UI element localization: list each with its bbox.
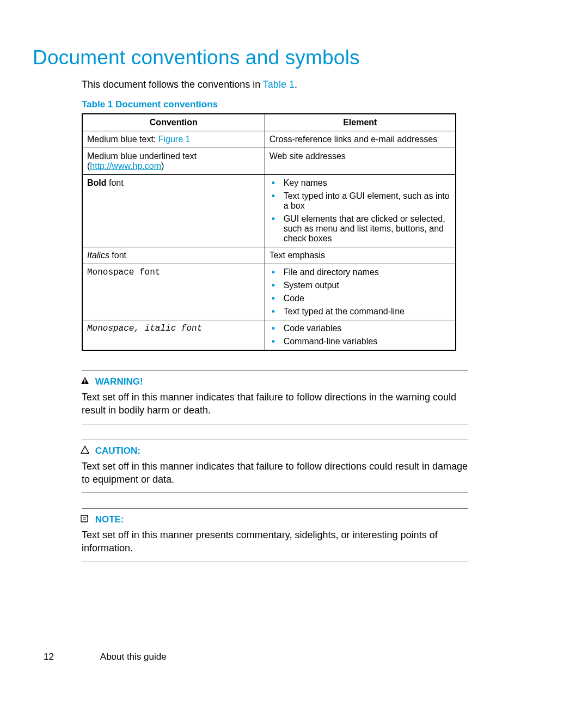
table-row: Italics font Text emphasis (82, 247, 456, 264)
warning-icon (79, 376, 90, 387)
svg-rect-1 (84, 382, 85, 384)
svg-rect-0 (84, 379, 85, 382)
conventions-table: Convention Element Medium blue text: Fig… (82, 113, 456, 351)
intro-suffix: . (295, 79, 297, 90)
list-item: Key names (281, 178, 451, 188)
caution-callout: CAUTION: Text set off in this manner ind… (82, 440, 468, 494)
list-item: Command-line variables (281, 337, 451, 346)
cell-element: File and directory names System output C… (265, 264, 456, 320)
list-item: Text typed into a GUI element, such as i… (281, 191, 451, 211)
conv-link[interactable]: http://www.hp.com (90, 161, 161, 171)
warning-head: WARNING! (95, 376, 143, 387)
note-callout: NOTE: Text set off in this manner presen… (82, 508, 468, 562)
list-item: Text typed at the command-line (281, 307, 451, 317)
conv-bold: Bold (87, 178, 107, 187)
page-footer: 12 About this guide (44, 652, 167, 662)
caution-head: CAUTION: (95, 446, 140, 456)
cell-convention: Monospace font (82, 264, 265, 320)
conv-link[interactable]: Figure 1 (158, 135, 191, 144)
table-row: Medium blue text: Figure 1 Cross-referen… (82, 131, 456, 148)
note-body: Text set off in this manner presents com… (82, 528, 468, 555)
intro-text: This document follows the conventions in… (82, 79, 550, 90)
cell-convention: Medium blue underlined text (http://www.… (82, 148, 265, 175)
list-item: GUI elements that are clicked or selecte… (281, 214, 451, 244)
conv-suffix: font (109, 251, 126, 260)
table-row: Bold font Key names Text typed into a GU… (82, 175, 456, 247)
header-element: Element (265, 114, 456, 131)
conv-suffix: ) (161, 161, 164, 171)
svg-rect-2 (81, 515, 88, 522)
cell-element: Code variables Command-line variables (265, 320, 456, 351)
cell-element: Cross-reference links and e-mail address… (265, 131, 456, 148)
warning-callout: WARNING! Text set off in this manner ind… (82, 370, 468, 424)
page-title: Document conventions and symbols (33, 46, 550, 69)
table-row: Monospace, italic font Code variables Co… (82, 320, 456, 351)
list-item: Code variables (281, 324, 451, 333)
cell-element: Text emphasis (265, 247, 456, 264)
conv-italic: Italics (87, 251, 109, 260)
note-head: NOTE: (95, 514, 124, 525)
page-number: 12 (44, 652, 98, 662)
table-row: Monospace font File and directory names … (82, 264, 456, 320)
cell-element: Web site addresses (265, 148, 456, 175)
table-caption: Table 1 Document conventions (82, 99, 550, 110)
cell-convention: Bold font (82, 175, 265, 247)
note-icon (79, 514, 90, 525)
list-item: File and directory names (281, 267, 451, 277)
caution-icon (79, 446, 90, 457)
intro-prefix: This document follows the conventions in (82, 79, 263, 90)
list-item: Code (281, 294, 451, 303)
cell-convention: Monospace, italic font (82, 320, 265, 351)
caution-body: Text set off in this manner indicates th… (82, 460, 468, 486)
section-title: About this guide (100, 652, 167, 662)
cell-element: Key names Text typed into a GUI element,… (265, 175, 456, 247)
cell-convention: Italics font (82, 247, 265, 264)
intro-link[interactable]: Table 1 (263, 79, 295, 90)
list-item: System output (281, 281, 451, 290)
table-row: Medium blue underlined text (http://www.… (82, 148, 456, 175)
conv-prefix: Medium blue text: (87, 135, 158, 144)
table-header-row: Convention Element (82, 114, 456, 131)
cell-convention: Medium blue text: Figure 1 (82, 131, 265, 148)
warning-body: Text set off in this manner indicates th… (82, 391, 468, 417)
conv-suffix: font (107, 178, 124, 187)
header-convention: Convention (82, 114, 265, 131)
